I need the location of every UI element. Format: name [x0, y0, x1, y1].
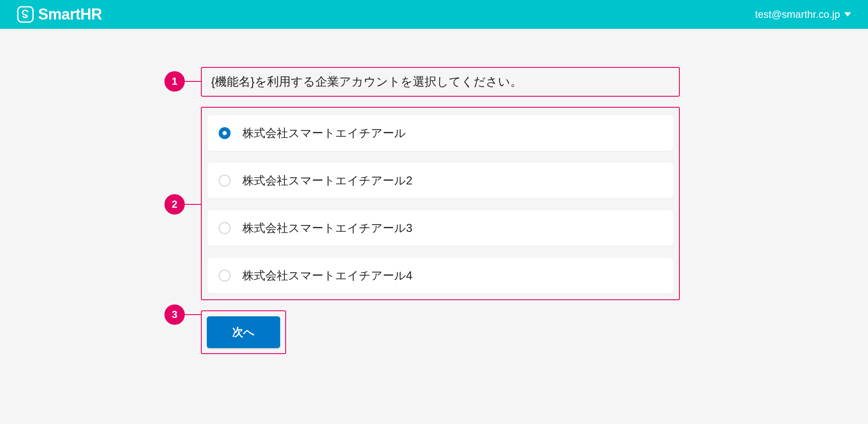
annotation-connector — [185, 314, 201, 315]
annotation-connector — [185, 204, 201, 205]
chevron-down-icon — [844, 12, 851, 17]
annotation-2: 2 — [164, 194, 201, 215]
annotation-badge: 2 — [164, 194, 185, 215]
account-option[interactable]: 株式会社スマートエイチアール2 — [208, 163, 673, 198]
account-option[interactable]: 株式会社スマートエイチアール4 — [208, 258, 673, 293]
main-content: 1 2 3 {機能名}を利用する企業アカウントを選択してください。 株式会社スマ… — [159, 29, 709, 354]
annotation-connector — [185, 81, 201, 82]
radio-icon — [219, 175, 231, 187]
brand-logo-icon — [17, 6, 34, 23]
account-option-label: 株式会社スマートエイチアール2 — [242, 173, 412, 188]
user-menu[interactable]: test@smarthr.co.jp — [755, 8, 851, 20]
instruction-container: {機能名}を利用する企業アカウントを選択してください。 — [201, 67, 680, 97]
annotation-badge: 1 — [164, 71, 185, 92]
account-option[interactable]: 株式会社スマートエイチアール — [208, 115, 673, 151]
next-button[interactable]: 次へ — [207, 316, 280, 348]
app-header: SmartHR test@smarthr.co.jp — [0, 0, 868, 29]
account-options: 株式会社スマートエイチアール 株式会社スマートエイチアール2 株式会社スマートエ… — [201, 107, 680, 300]
radio-icon — [219, 270, 231, 282]
user-email: test@smarthr.co.jp — [755, 8, 840, 20]
brand-name: SmartHR — [38, 6, 102, 23]
instruction-text: {機能名}を利用する企業アカウントを選択してください。 — [211, 74, 670, 90]
radio-icon — [219, 222, 231, 234]
account-option[interactable]: 株式会社スマートエイチアール3 — [208, 210, 673, 246]
brand-logo[interactable]: SmartHR — [17, 6, 102, 23]
account-option-label: 株式会社スマートエイチアール4 — [242, 268, 412, 283]
annotation-1: 1 — [164, 71, 201, 92]
account-option-label: 株式会社スマートエイチアール3 — [242, 220, 412, 236]
account-option-label: 株式会社スマートエイチアール — [242, 126, 406, 141]
annotation-badge: 3 — [164, 304, 185, 325]
next-button-container: 次へ — [201, 310, 286, 354]
annotation-3: 3 — [164, 304, 201, 325]
radio-icon — [219, 127, 231, 139]
